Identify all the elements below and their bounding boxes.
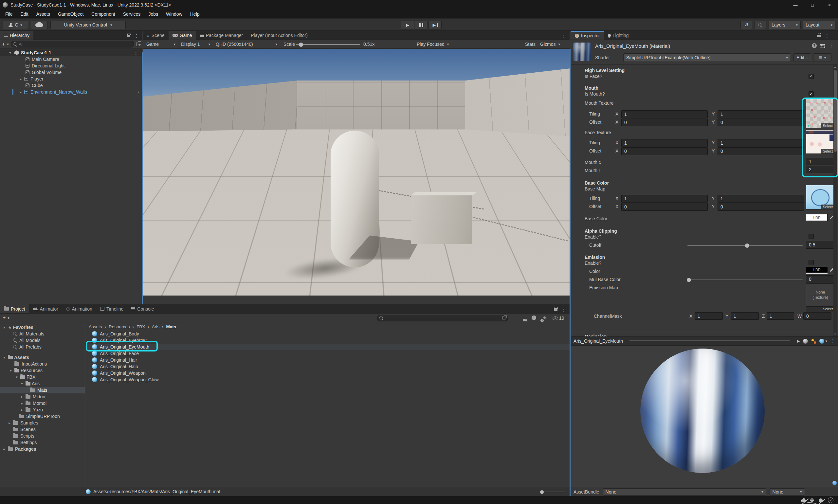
foldout-expanded-icon[interactable]: ▾ xyxy=(2,356,6,360)
file-row-selected[interactable]: Aris_Original_EyeMouth xyxy=(86,344,570,350)
mouth-offset-y-field[interactable]: 0 xyxy=(717,119,804,126)
file-row[interactable]: Aris_Original_Body xyxy=(86,330,570,337)
preview-play-icon[interactable]: ▶ xyxy=(797,339,800,343)
menu-assets[interactable]: Assets xyxy=(32,10,54,18)
foldout-collapsed-icon[interactable]: ▸ xyxy=(2,447,6,451)
lock-icon[interactable] xyxy=(554,308,557,311)
favorite-all-models[interactable]: All Models xyxy=(0,337,85,344)
tree-inputactions[interactable]: InputActions xyxy=(0,361,85,367)
layers-dropdown[interactable]: Layers▾ xyxy=(769,21,801,29)
shader-edit-button[interactable]: Edit... xyxy=(794,53,811,62)
breadcrumb-assets[interactable]: Assets xyxy=(89,324,102,329)
preview-mesh-icon[interactable] xyxy=(803,339,808,344)
base-tiling-y-field[interactable]: 1 xyxy=(717,195,804,202)
inspector-scrollbar[interactable]: ▲ ▼ xyxy=(834,65,837,337)
menu-services[interactable]: Services xyxy=(119,10,145,18)
project-search-input[interactable] xyxy=(385,316,500,320)
tree-assets[interactable]: ▾Assets xyxy=(0,354,85,361)
game-mode-dropdown[interactable]: Game▾ xyxy=(144,40,178,49)
foldout-expanded-icon[interactable]: ▾ xyxy=(2,325,6,329)
scroll-down-icon[interactable]: ▼ xyxy=(834,333,836,336)
thumbnail-size-handle[interactable] xyxy=(540,490,544,494)
hierarchy-item-environment-narrow-walls[interactable]: ▸ Environment_Narrow_Walls › xyxy=(0,89,142,95)
tab-lighting[interactable]: Lighting xyxy=(604,31,633,40)
tab-timeline[interactable]: Timeline xyxy=(96,304,127,313)
alpha-enable-checkbox[interactable] xyxy=(808,234,814,239)
menu-edit[interactable]: Edit xyxy=(17,10,32,18)
project-search-box[interactable] xyxy=(377,315,508,321)
cutoff-slider-handle[interactable] xyxy=(745,244,749,248)
preview-drag-handle[interactable] xyxy=(629,340,790,342)
breadcrumb[interactable]: Assets› Resources› FBX› Aris› Mats xyxy=(86,323,570,330)
game-viewport[interactable] xyxy=(143,49,570,295)
tree-packages[interactable]: ▸Packages xyxy=(0,446,85,452)
mul-base-color-handle[interactable] xyxy=(687,278,691,282)
base-offset-x-field[interactable]: 0 xyxy=(621,203,708,211)
tree-momoi[interactable]: ▸Momoi xyxy=(0,400,85,407)
kebab-menu-icon[interactable]: ⋮ xyxy=(134,33,139,39)
play-button[interactable]: ▶ xyxy=(401,21,414,30)
tree-aris[interactable]: ▾Aris xyxy=(0,380,85,387)
base-color-swatch[interactable]: HDR xyxy=(806,214,827,221)
breadcrumb-mats[interactable]: Mats xyxy=(166,324,176,329)
tab-project[interactable]: Project xyxy=(0,304,29,313)
tree-resources[interactable]: ▾Resources xyxy=(0,367,85,374)
progress-check-icon[interactable]: ✓ xyxy=(828,498,834,503)
gizmos-dropdown[interactable]: Gizmos▾ xyxy=(540,40,560,49)
labels-disabled-icon[interactable] xyxy=(809,498,814,502)
open-external-icon[interactable] xyxy=(502,317,505,320)
select-texture-button[interactable]: Select xyxy=(821,204,834,209)
mul-base-color-field[interactable]: 0 xyxy=(806,275,835,283)
alert-icon[interactable] xyxy=(532,316,536,320)
pause-button[interactable] xyxy=(415,21,428,30)
menu-file[interactable]: File xyxy=(1,10,17,18)
thumbnail-size-slider[interactable] xyxy=(540,491,565,492)
breadcrumb-resources[interactable]: Resources xyxy=(109,324,130,329)
foldout-expanded-icon[interactable]: ▾ xyxy=(14,375,19,379)
open-external-icon[interactable] xyxy=(136,42,140,46)
preview-lighting-icon[interactable] xyxy=(811,339,816,344)
mouth-texture-thumbnail[interactable]: Select xyxy=(806,99,835,128)
emission-color-swatch[interactable]: HDR xyxy=(806,267,827,274)
play-focused-dropdown[interactable]: Play Focused▾ xyxy=(414,40,451,49)
foldout-collapsed-icon[interactable]: ▸ xyxy=(20,395,24,399)
tab-player-input-actions[interactable]: Player (Input Actions Editor) xyxy=(247,31,311,40)
tab-inspector[interactable]: Inspector xyxy=(571,31,604,40)
tree-fbx[interactable]: ▾FBX xyxy=(0,374,85,380)
lock-icon[interactable] xyxy=(817,35,821,37)
tab-hierarchy[interactable]: Hierarchy xyxy=(0,31,33,40)
create-button[interactable]: + xyxy=(2,41,5,47)
emission-enable-checkbox[interactable] xyxy=(808,260,814,265)
favorite-all-prefabs[interactable]: All Prefabs xyxy=(0,344,85,350)
preview-header[interactable]: Aris_Original_EyeMouth ▶ ▾ ⋮ xyxy=(571,337,838,346)
tab-scene[interactable]: #Scene xyxy=(143,31,168,40)
channelmask-x-field[interactable]: 1 xyxy=(695,312,723,320)
shader-dropdown[interactable]: SimpleURPToonLitExample(With Outline)▾ xyxy=(623,53,791,62)
menu-help[interactable]: Help xyxy=(186,10,203,18)
hierarchy-item-player[interactable]: ▸Player xyxy=(0,76,142,82)
shader-preset-list-button[interactable]: ▾ xyxy=(813,53,832,62)
hierarchy-item-main-camera[interactable]: Main Camera xyxy=(0,56,142,62)
resolution-dropdown[interactable]: QHD (2560x1440)▾ xyxy=(213,40,280,49)
mouth-c-field[interactable]: 1 xyxy=(806,158,835,165)
face-offset-x-field[interactable]: 0 xyxy=(621,147,708,155)
prefab-open-arrow[interactable]: › xyxy=(138,89,139,94)
tree-scripts[interactable]: Scripts xyxy=(0,433,85,439)
hierarchy-search-input[interactable] xyxy=(19,42,132,47)
account-dropdown[interactable]: G ▾ xyxy=(3,21,28,29)
tab-animator[interactable]: Animator xyxy=(29,304,62,313)
select-texture-button[interactable]: Select xyxy=(821,149,834,154)
mouth-offset-x-field[interactable]: 0 xyxy=(621,119,708,126)
file-row[interactable]: Aris_Original_Weapon xyxy=(86,370,570,376)
favorites-star-icon[interactable]: ★ xyxy=(542,315,547,321)
face-tiling-y-field[interactable]: 1 xyxy=(717,139,804,147)
assetbundle-dropdown[interactable]: None▾ xyxy=(603,488,766,496)
debugger-disabled-icon[interactable] xyxy=(802,498,805,502)
maximize-button[interactable]: □ xyxy=(804,0,821,10)
channelmask-z-field[interactable]: 1 xyxy=(767,312,794,320)
emission-map-slot[interactable]: None (Texture) xyxy=(806,284,835,306)
chevron-down-icon[interactable]: ▾ xyxy=(7,42,9,47)
foldout-expanded-icon[interactable]: ▾ xyxy=(20,382,24,386)
file-row[interactable]: Aris_Original_Eyebrow xyxy=(86,337,570,344)
select-texture-button[interactable]: Select xyxy=(821,123,834,128)
